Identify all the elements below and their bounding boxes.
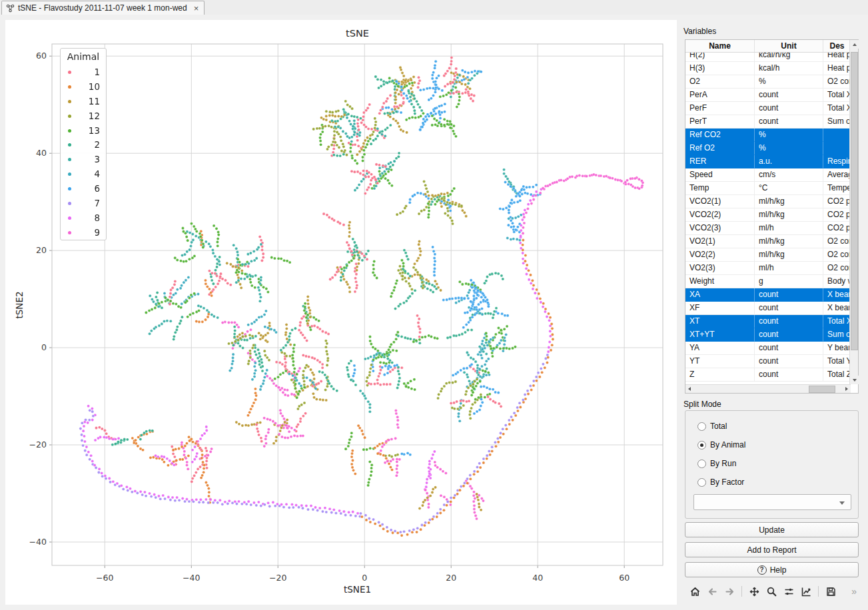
- table-row[interactable]: PerFcountTotal X: [685, 102, 851, 115]
- tsne-graph-icon: [6, 4, 15, 13]
- legend-label: 6: [94, 183, 100, 194]
- radio-option-by-factor[interactable]: By Factor: [697, 477, 744, 487]
- tab-tsne[interactable]: tSNE - Flavostudy 2011-11-07 week 1 mon-…: [1, 1, 205, 15]
- home-icon[interactable]: [686, 583, 703, 599]
- horizontal-scrollbar-thumb[interactable]: [809, 386, 835, 393]
- radio-option-by-animal[interactable]: By Animal: [697, 440, 745, 450]
- table-cell: H(2): [685, 53, 755, 62]
- table-row[interactable]: O2%O2 con: [685, 75, 851, 89]
- legend-label: 3: [94, 154, 100, 164]
- scroll-up-icon[interactable]: [850, 40, 859, 49]
- table-row[interactable]: VCO2(1)ml/h/kgCO2 pr: [685, 195, 851, 208]
- table-row[interactable]: VO2(1)ml/h/kgO2 con: [685, 235, 851, 248]
- table-cell: VCO2(2): [685, 208, 755, 222]
- radio-option-by-run[interactable]: By Run: [697, 459, 736, 468]
- legend-item: 3: [61, 152, 106, 167]
- table-cell: a.u.: [755, 155, 823, 168]
- table-row[interactable]: H(2)kcal/h/kgHeat pr: [685, 53, 851, 62]
- table-cell: kcal/h/kg: [755, 53, 823, 62]
- table-row[interactable]: YTcountTotal Y: [685, 355, 851, 368]
- legend-marker: [68, 172, 71, 176]
- legend-item: 9: [61, 226, 106, 240]
- scroll-left-icon[interactable]: [685, 385, 693, 393]
- table-cell: count: [755, 302, 823, 315]
- table-row[interactable]: Ref O2%: [685, 142, 851, 155]
- table-row[interactable]: WeightgBody w: [685, 275, 851, 288]
- toolbar-overflow-icon[interactable]: »: [851, 586, 857, 597]
- table-row[interactable]: XTcountTotal X: [685, 315, 851, 328]
- table-cell: X beam: [823, 302, 851, 315]
- legend-label: 13: [89, 125, 100, 136]
- pan-icon[interactable]: [745, 583, 763, 599]
- legend-item: 12: [61, 109, 106, 124]
- customize-plot-icon[interactable]: [797, 583, 815, 599]
- x-tick-label: 20: [431, 573, 471, 583]
- horizontal-scrollbar[interactable]: [685, 384, 851, 393]
- radio-button-icon[interactable]: [697, 478, 706, 487]
- legend-item: 1: [61, 65, 106, 80]
- table-cell: Respira: [823, 155, 851, 168]
- split-mode-group: TotalBy AnimalBy RunBy Factor: [685, 410, 859, 519]
- table-row[interactable]: XT+YTcountSum of: [685, 328, 851, 342]
- table-row[interactable]: VO2(3)ml/hO2 con: [685, 262, 851, 275]
- toolbar-separator: [818, 586, 819, 597]
- radio-button-icon[interactable]: [697, 422, 706, 431]
- column-header-unit[interactable]: Unit: [755, 40, 823, 52]
- table-row[interactable]: PerTcountSum of: [685, 115, 851, 129]
- factor-select[interactable]: [693, 494, 851, 510]
- table-row[interactable]: H(3)kcal/hHeat pr: [685, 62, 851, 75]
- radio-button-icon[interactable]: [697, 459, 706, 468]
- radio-label: By Animal: [710, 440, 745, 450]
- table-cell: count: [755, 328, 823, 342]
- legend-item: 7: [61, 196, 106, 211]
- scatter-canvas[interactable]: [52, 44, 663, 565]
- table-row[interactable]: VO2(2)ml/h/kgO2 con: [685, 248, 851, 262]
- add-to-report-button[interactable]: Add to Report: [685, 542, 859, 557]
- y-tick-label: 40: [17, 148, 47, 158]
- zoom-icon[interactable]: [763, 583, 780, 599]
- table-row[interactable]: Temp°CTempe: [685, 182, 851, 195]
- legend-item: 8: [61, 211, 106, 226]
- table-cell: Total X: [823, 102, 851, 115]
- table-row[interactable]: RERa.u.Respira: [685, 155, 851, 168]
- vertical-scrollbar-thumb[interactable]: [851, 52, 858, 350]
- back-icon[interactable]: [703, 583, 721, 599]
- table-cell: Ref CO2: [685, 129, 755, 142]
- table-cell: VCO2(3): [685, 222, 755, 235]
- tab-close-icon[interactable]: ×: [194, 4, 199, 13]
- forward-icon[interactable]: [721, 583, 738, 599]
- y-axis-label: tSNE2: [14, 282, 25, 328]
- scroll-right-icon[interactable]: [843, 385, 851, 393]
- legend-marker: [68, 216, 71, 220]
- table-cell: %: [755, 142, 823, 155]
- table-cell: cm/s: [755, 168, 823, 182]
- table-row[interactable]: ZcountTotal Z: [685, 368, 851, 382]
- table-row[interactable]: Speedcm/sAverag: [685, 168, 851, 182]
- save-icon[interactable]: [822, 583, 839, 599]
- table-cell: %: [755, 129, 823, 142]
- update-button[interactable]: Update: [685, 522, 859, 537]
- subplots-icon[interactable]: [780, 583, 797, 599]
- radio-option-total[interactable]: Total: [697, 422, 727, 431]
- column-header-name[interactable]: Name: [685, 40, 755, 52]
- table-row[interactable]: XFcountX beam: [685, 302, 851, 315]
- table-row[interactable]: YAcountY beam: [685, 342, 851, 355]
- scroll-down-icon[interactable]: [850, 376, 859, 384]
- table-row[interactable]: Ref CO2%: [685, 129, 851, 142]
- x-tick-label: −60: [85, 573, 125, 583]
- table-row[interactable]: VCO2(3)ml/hCO2 pr: [685, 222, 851, 235]
- radio-button-icon[interactable]: [697, 441, 706, 450]
- table-row[interactable]: VCO2(2)ml/h/kgCO2 pr: [685, 208, 851, 222]
- help-button[interactable]: ? Help: [685, 562, 859, 577]
- legend-marker: [68, 231, 71, 234]
- legend-item: 2: [61, 138, 106, 152]
- x-tick-label: −20: [258, 573, 298, 583]
- table-cell: °C: [755, 182, 823, 195]
- table-row[interactable]: PerAcountTotal X: [685, 89, 851, 102]
- table-row[interactable]: XAcountX beam: [685, 288, 851, 302]
- legend-marker: [68, 143, 71, 147]
- table-cell: XA: [685, 288, 755, 302]
- vertical-scrollbar[interactable]: [849, 40, 858, 384]
- column-header-desc[interactable]: Des: [823, 40, 851, 52]
- x-axis-label: tSNE1: [52, 584, 663, 595]
